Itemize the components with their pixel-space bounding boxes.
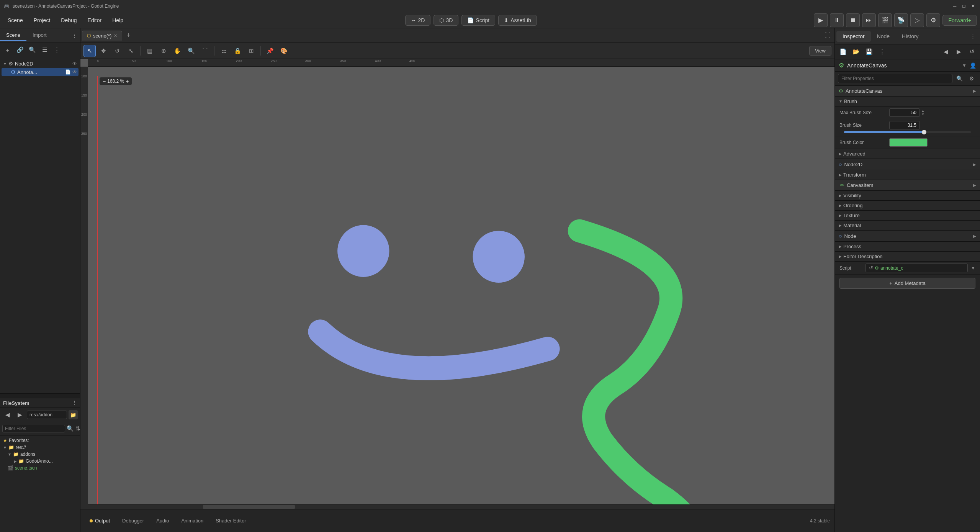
tool-move-all[interactable]: ✥ — [97, 45, 110, 57]
canvas-tab-add[interactable]: + — [123, 30, 134, 41]
canvas-hscroll[interactable] — [88, 504, 834, 509]
fs-addons[interactable]: ▼ 📁 addons — [2, 451, 79, 458]
tool-hand[interactable]: ✋ — [171, 45, 183, 57]
filter-settings-btn[interactable]: ⚙ — [966, 73, 977, 84]
fs-search-btn[interactable]: 🔍 — [67, 423, 74, 434]
tab-node[interactable]: Node — [871, 31, 896, 42]
node-dropdown-arrow[interactable]: ▼ — [962, 63, 967, 68]
fs-back-btn[interactable]: ◀ — [2, 409, 13, 420]
inspector-open-resource-btn[interactable]: 📂 — [850, 46, 862, 57]
canvasitem-section-header[interactable]: ✏ CanvasItem ▶ — [835, 180, 980, 191]
forward-plus-btn[interactable]: Forward+ — [942, 15, 977, 26]
inspector-save-resource-btn[interactable]: 💾 — [863, 46, 875, 57]
node2d-eye-icon[interactable]: 👁 — [72, 61, 77, 66]
filter-properties-input[interactable] — [838, 74, 952, 83]
stop-btn[interactable]: ⏹ — [846, 13, 860, 27]
filter-search-btn[interactable]: 🔍 — [954, 73, 965, 84]
tab-debugger[interactable]: Debugger — [118, 516, 149, 525]
scene-hscroll[interactable] — [0, 393, 80, 398]
texture-section-header[interactable]: ▶ Texture — [835, 211, 980, 221]
transform-section-header[interactable]: ▶ Transform — [835, 170, 980, 180]
play-btn[interactable]: ▶ — [814, 13, 828, 27]
view-btn[interactable]: View — [809, 46, 831, 56]
spinner-up[interactable]: ▲ — [921, 110, 924, 113]
node-user-icon[interactable]: 👤 — [970, 62, 976, 69]
tab-shader-editor[interactable]: Shader Editor — [211, 516, 251, 525]
menu-debug[interactable]: Debug — [56, 16, 81, 25]
scene-panel-menu[interactable]: ⋮ — [69, 30, 80, 41]
tab-history[interactable]: History — [896, 31, 925, 42]
fs-menu-btn[interactable]: ⋮ — [72, 400, 77, 406]
script-expand-btn[interactable]: ▼ — [971, 265, 975, 271]
mode-3d-btn[interactable]: ⬡ 3D — [434, 15, 458, 26]
menu-project[interactable]: Project — [29, 16, 55, 25]
script-icon[interactable]: 📄 — [65, 69, 71, 75]
minimize-btn[interactable]: ─ — [952, 3, 958, 9]
inspector-more-btn[interactable]: ⋮ — [876, 46, 888, 57]
max-brush-size-input[interactable] — [889, 108, 920, 117]
run-current-btn[interactable]: ▷ — [910, 13, 924, 27]
script-reload-btn[interactable]: ↺ — [869, 265, 873, 271]
run-settings-btn[interactable]: ⚙ — [926, 13, 940, 27]
add-node-btn[interactable]: + — [2, 44, 13, 55]
tool-group[interactable]: ▤ — [144, 45, 156, 57]
tab-inspector[interactable]: Inspector — [836, 31, 871, 42]
tool-zoom[interactable]: 🔍 — [185, 45, 197, 57]
fs-scene-file[interactable]: 🎬 scene.tscn — [2, 465, 79, 471]
brush-size-input[interactable] — [889, 121, 920, 129]
mode-script-btn[interactable]: 📄 Script — [461, 15, 495, 26]
canvas-fullscreen-btn[interactable]: ⛶ — [822, 30, 833, 41]
tab-import[interactable]: Import — [26, 30, 53, 41]
tool-paint[interactable]: 🎨 — [278, 45, 290, 57]
tab-scene[interactable]: Scene — [0, 30, 26, 41]
fs-filter-input[interactable] — [2, 425, 65, 432]
tool-grid[interactable]: ⊞ — [245, 45, 257, 57]
inspector-panel-menu[interactable]: ⋮ — [967, 31, 978, 41]
pause-btn[interactable]: ⏸ — [830, 13, 844, 27]
brush-color-swatch[interactable] — [889, 138, 928, 147]
menu-help[interactable]: Help — [108, 16, 128, 25]
fs-sort-btn[interactable]: ⇅ — [75, 423, 80, 434]
visibility-section-header[interactable]: ▶ Visibility — [835, 191, 980, 201]
zoom-in-btn[interactable]: + — [126, 78, 129, 84]
search-scene-btn[interactable]: 🔍 — [27, 44, 38, 55]
process-section-header[interactable]: ▶ Process — [835, 242, 980, 252]
menu-scene[interactable]: Scene — [3, 16, 28, 25]
ordering-section-header[interactable]: ▶ Ordering — [835, 201, 980, 211]
tool-select[interactable]: ↖ — [83, 45, 96, 57]
mode-2d-btn[interactable]: ↔ 2D — [405, 15, 431, 26]
canvas-tab-scene[interactable]: ⬡ scene(*) ✕ — [82, 31, 122, 41]
mode-assetlib-btn[interactable]: ⬇ AssetLib — [498, 15, 537, 26]
movie-btn[interactable]: 🎬 — [878, 13, 892, 27]
brush-size-slider-thumb[interactable] — [922, 130, 926, 134]
inspector-new-resource-btn[interactable]: 📄 — [837, 46, 849, 57]
canvas-tab-close[interactable]: ✕ — [114, 33, 117, 38]
editor-description-header[interactable]: ▶ Editor Description — [835, 252, 980, 262]
maximize-btn[interactable]: □ — [961, 3, 967, 9]
menu-editor[interactable]: Editor — [83, 16, 106, 25]
script-value[interactable]: ↺ ⚙ annotate_c — [865, 264, 968, 272]
zoom-out-btn[interactable]: − — [103, 78, 106, 84]
tab-animation[interactable]: Animation — [177, 516, 208, 525]
step-btn[interactable]: ⏭ — [862, 13, 876, 27]
tool-scale[interactable]: ⤡ — [125, 45, 137, 57]
fs-path[interactable]: res://addon — [27, 411, 67, 419]
tree-item-node2d[interactable]: ▼ ⚙ Node2D 👁 — [2, 59, 79, 68]
tree-item-annotate[interactable]: ⚙ Annota... 📄 👁 — [2, 68, 79, 76]
tool-bezier[interactable]: ⌒ — [199, 45, 211, 57]
annotate-canvas-section-header[interactable]: ⚙ AnnotateCanvas ▶ — [835, 86, 980, 97]
inspector-refresh-btn[interactable]: ↺ — [966, 46, 978, 57]
inspector-back-btn[interactable]: ◀ — [940, 46, 952, 57]
link-node-btn[interactable]: 🔗 — [15, 44, 25, 55]
tool-rotate[interactable]: ↺ — [111, 45, 123, 57]
tab-output[interactable]: Output — [85, 516, 115, 525]
material-section-header[interactable]: ▶ Material — [835, 221, 980, 231]
remote-debug-btn[interactable]: 📡 — [894, 13, 908, 27]
brush-section-header[interactable]: ▼ Brush — [835, 97, 980, 106]
close-btn[interactable]: ✕ — [970, 3, 976, 9]
node-selector[interactable]: ⚙ AnnotateCanvas ▼ 👤 — [835, 59, 980, 72]
annotate-eye-icon[interactable]: 👁 — [72, 69, 77, 75]
more-scene-btn[interactable]: ⋮ — [51, 44, 62, 55]
tool-snap-settings[interactable]: ⚏ — [218, 45, 230, 57]
tab-audio[interactable]: Audio — [152, 516, 173, 525]
